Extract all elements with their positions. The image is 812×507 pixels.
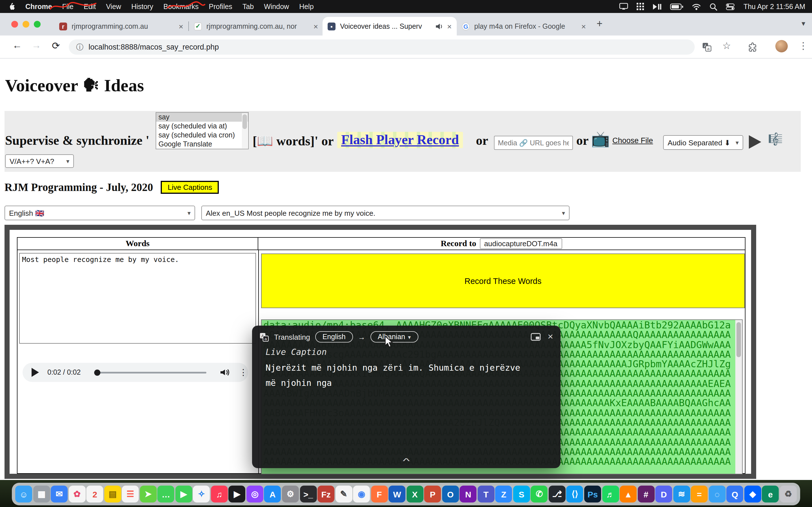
profile-avatar[interactable] xyxy=(775,40,788,52)
language-select[interactable]: English 🇬🇧 ▾ xyxy=(4,206,195,220)
media-url-input[interactable] xyxy=(494,136,573,150)
dock-icon-quicktime[interactable]: Q xyxy=(726,486,744,503)
record-filename-input[interactable] xyxy=(480,238,562,249)
reload-button[interactable]: ⟳ xyxy=(52,40,60,52)
dock-icon-messages[interactable]: … xyxy=(158,486,174,503)
dock-icon-trash[interactable]: ♻ xyxy=(780,486,797,503)
menu-item-chrome[interactable]: Chrome xyxy=(26,3,52,10)
dock-icon-excel[interactable]: X xyxy=(406,486,423,503)
close-icon[interactable]: × xyxy=(447,22,452,31)
back-button[interactable]: ← xyxy=(12,40,22,51)
extensions-icon[interactable] xyxy=(748,42,757,52)
flash-player-record-link[interactable]: Flash Player Record xyxy=(337,132,463,148)
site-info-icon[interactable]: ⓘ xyxy=(76,42,84,52)
record-these-words-button[interactable]: Record These Words xyxy=(261,253,745,308)
dock-icon-firefox[interactable]: F xyxy=(371,486,388,503)
dock-icon-app-store[interactable]: A xyxy=(264,486,281,503)
dock-icon-podcasts[interactable]: ◎ xyxy=(246,486,263,503)
dock-icon-tv[interactable]: ▶ xyxy=(229,486,246,503)
dock-icon-textedit[interactable]: ✎ xyxy=(335,486,352,503)
listbox-option-google-translate[interactable]: Google Translate xyxy=(156,140,248,149)
say-method-listbox[interactable]: say say (scheduled via at) say (schedule… xyxy=(156,112,249,149)
dock-icon-zoom[interactable]: Z xyxy=(495,486,512,503)
dock-icon-teams[interactable]: T xyxy=(477,486,495,503)
words-textarea[interactable]: Most people recognize me by my voice. xyxy=(19,253,256,344)
dock-icon-slack[interactable]: # xyxy=(638,486,654,503)
audio-player[interactable]: 0:02 / 0:02 ⋮ xyxy=(22,363,248,382)
audio-separated-select[interactable]: Audio Separated ⬇ ▾ xyxy=(663,135,743,150)
menu-item-tab[interactable]: Tab xyxy=(243,3,254,10)
dock-icon-github[interactable]: ⎇ xyxy=(549,486,566,503)
dock-icon-chrome[interactable]: ◉ xyxy=(353,486,370,503)
menu-item-help[interactable]: Help xyxy=(299,3,313,10)
menu-item-profiles[interactable]: Profiles xyxy=(209,3,232,10)
bookmark-star-icon[interactable]: ☆ xyxy=(722,40,731,52)
dock-icon-onenote[interactable]: N xyxy=(460,486,477,503)
picture-in-picture-icon[interactable] xyxy=(530,333,541,341)
close-window-button[interactable] xyxy=(11,21,18,27)
new-tab-button[interactable]: + xyxy=(597,18,603,30)
address-bar[interactable]: ⓘ localhost:8888/macos_say_record.php xyxy=(69,40,695,55)
dock-icon-edge[interactable]: e xyxy=(762,486,779,503)
player-more-icon[interactable]: ⋮ xyxy=(239,367,248,378)
tab-play-m4a-google[interactable]: G play m4a on Firefox - Google × xyxy=(457,17,591,36)
dock-icon-terminal[interactable]: >_ xyxy=(300,486,317,503)
minimize-window-button[interactable] xyxy=(22,21,29,27)
listbox-option-say-cron[interactable]: say (scheduled via cron) xyxy=(156,131,248,140)
zoom-window-button[interactable] xyxy=(34,21,41,27)
dock-icon-maps[interactable]: ➤ xyxy=(140,486,156,503)
wifi-icon[interactable] xyxy=(692,3,701,10)
listbox-scrollbar[interactable] xyxy=(242,113,248,148)
dock-icon-launchpad[interactable]: ▦ xyxy=(33,486,50,503)
control-center-icon[interactable] xyxy=(726,3,735,10)
dock-icon-finder[interactable]: ☺ xyxy=(15,486,32,503)
menu-item-view[interactable]: View xyxy=(106,3,121,10)
collapse-chevron-icon[interactable]: ^ xyxy=(113,456,700,465)
dock-icon-safari[interactable]: ✧ xyxy=(193,486,210,503)
live-caption-overlay[interactable]: Aa Translating English → Albanian ▾ × Li… xyxy=(252,326,560,468)
dock-icon-dropbox[interactable]: ◆ xyxy=(744,486,761,503)
dock-icon-whatsapp[interactable]: ✆ xyxy=(531,486,548,503)
dock-icon-photos[interactable]: ✿ xyxy=(68,486,86,503)
dock-icon-filezilla[interactable]: Fz xyxy=(317,486,335,503)
player-seek-bar[interactable] xyxy=(96,372,206,374)
menu-bar-clock[interactable]: Thu Apr 2 11:56 AM xyxy=(744,3,805,10)
dock-icon-docker[interactable]: ≋ xyxy=(673,486,690,503)
dock-icon-photoshop[interactable]: Ps xyxy=(584,486,601,503)
dock-icon-outlook[interactable]: O xyxy=(442,486,459,503)
menu-item-file[interactable]: File xyxy=(62,3,73,10)
tab-rjmprogramming-2[interactable]: ✓ rjmprogramming.com.au, nor × xyxy=(189,17,323,36)
dock-icon-notes[interactable]: ▤ xyxy=(104,486,121,503)
battery-icon[interactable] xyxy=(670,3,684,10)
tab-search-chevron-icon[interactable]: ▾ xyxy=(802,19,805,27)
menu-item-history[interactable]: History xyxy=(132,3,153,10)
more-menu-icon[interactable]: ⋮ xyxy=(799,40,808,52)
dock-icon-vscode[interactable]: ⟨⟩ xyxy=(566,486,583,503)
va-mode-select[interactable]: V/A++? V+A? ▾ xyxy=(5,154,74,168)
keyboard-grid-icon[interactable] xyxy=(637,3,644,10)
screen-mirroring-icon[interactable] xyxy=(619,3,628,10)
dock-icon-preview[interactable]: ◌ xyxy=(709,486,725,503)
close-icon[interactable]: × xyxy=(548,332,553,341)
source-language-pill[interactable]: English xyxy=(315,331,353,342)
dock-icon-calculator[interactable]: = xyxy=(691,486,708,503)
listbox-option-say[interactable]: say xyxy=(156,113,248,122)
play-pause-icon[interactable] xyxy=(653,3,662,10)
search-icon[interactable] xyxy=(710,3,718,10)
tab-rjmprogramming-1[interactable]: r rjmprogramming.com.au × xyxy=(54,17,188,36)
player-play-icon[interactable] xyxy=(32,368,39,377)
tab-voiceover-ideas-active[interactable]: ▪ Voiceover ideas ... Superv × xyxy=(322,17,457,36)
dock-icon-settings[interactable]: ⚙ xyxy=(282,486,299,503)
dock-icon-reminders[interactable]: ☰ xyxy=(122,486,139,503)
dock-icon-powerpoint[interactable]: P xyxy=(424,486,441,503)
dock-icon-word[interactable]: W xyxy=(389,486,405,503)
translate-icon[interactable]: Aa xyxy=(702,42,712,52)
play-button[interactable] xyxy=(749,135,761,149)
dock-icon-skype[interactable]: S xyxy=(513,486,530,503)
close-icon[interactable]: × xyxy=(179,22,183,31)
target-language-pill[interactable]: Albanian ▾ xyxy=(370,331,418,342)
dock-icon-discord[interactable]: D xyxy=(655,486,672,503)
dock-icon-mail[interactable]: ✉ xyxy=(51,486,68,503)
volume-icon[interactable] xyxy=(220,369,230,376)
scrollbar-thumb[interactable] xyxy=(243,114,247,129)
